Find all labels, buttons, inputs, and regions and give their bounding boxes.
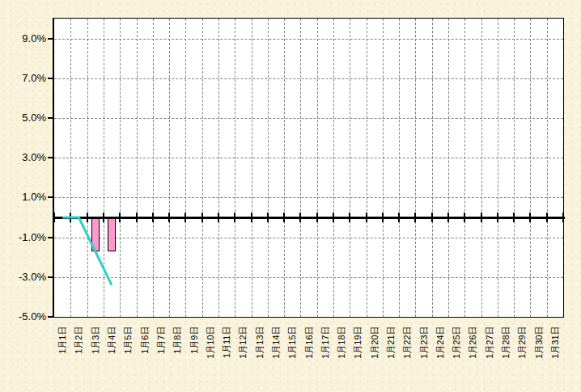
x-axis-label: 1月16日 [303, 327, 314, 375]
x-axis-label: 1月29日 [517, 327, 528, 375]
plot-area [53, 18, 564, 318]
x-axis-label: 1月8日 [172, 327, 183, 375]
x-axis-label: 1月2日 [74, 327, 84, 375]
y-axis-label: 7.0% [0, 72, 46, 85]
cumulative-line [54, 19, 563, 317]
x-axis-label: 1月15日 [287, 327, 298, 375]
x-axis-label: 1月14日 [270, 327, 281, 375]
y-axis-label: 9.0% [0, 32, 46, 45]
y-axis-tick [48, 157, 53, 158]
x-axis-label: 1月19日 [353, 327, 363, 375]
x-axis-label: 1月6日 [139, 327, 150, 375]
x-axis-label: 1月9日 [189, 327, 199, 375]
x-axis-label: 1月7日 [155, 327, 166, 375]
x-axis-label: 1月25日 [452, 327, 462, 375]
x-axis-label: 1月1日 [57, 327, 68, 375]
x-axis-label: 1月10日 [205, 327, 215, 375]
x-axis-label: 1月4日 [107, 327, 117, 375]
y-axis-label: 1.0% [0, 191, 46, 204]
y-axis-label: -3.0% [0, 271, 46, 284]
x-axis-label: 1月21日 [386, 327, 397, 375]
chart: 9.0%7.0%5.0%3.0%1.0%-1.0%-3.0%-5.0% 1月1日… [0, 0, 581, 392]
y-axis-label: -5.0% [0, 310, 46, 323]
x-axis-label: 1月24日 [435, 327, 445, 375]
x-axis-label: 1月12日 [238, 327, 248, 375]
y-axis-tick [48, 38, 53, 40]
x-axis-label: 1月28日 [501, 327, 511, 375]
x-axis-label: 1月20日 [369, 327, 380, 375]
y-axis-tick [48, 117, 53, 119]
x-axis-label: 1月17日 [320, 327, 330, 375]
y-axis-label: -1.0% [0, 231, 46, 244]
y-axis-tick [48, 237, 53, 238]
y-axis-tick [48, 316, 53, 318]
y-axis-label: 3.0% [0, 151, 46, 164]
y-axis-tick [48, 78, 53, 79]
x-axis-label: 1月13日 [254, 327, 265, 375]
x-axis-label: 1月11日 [222, 327, 232, 375]
x-axis-label: 1月23日 [418, 327, 429, 375]
x-axis-label: 1月22日 [402, 327, 413, 375]
x-axis-label: 1月31日 [549, 327, 560, 375]
x-axis-label: 1月30日 [533, 327, 544, 375]
x-axis-label: 1月18日 [337, 327, 347, 375]
y-axis-tick [48, 276, 53, 278]
x-axis-label: 1月5日 [123, 327, 134, 375]
y-axis-label: 5.0% [0, 112, 46, 124]
x-axis-label: 1月26日 [468, 327, 478, 375]
x-axis-label: 1月27日 [484, 327, 494, 375]
y-axis-tick [48, 196, 53, 198]
x-axis-label: 1月3日 [90, 327, 100, 375]
